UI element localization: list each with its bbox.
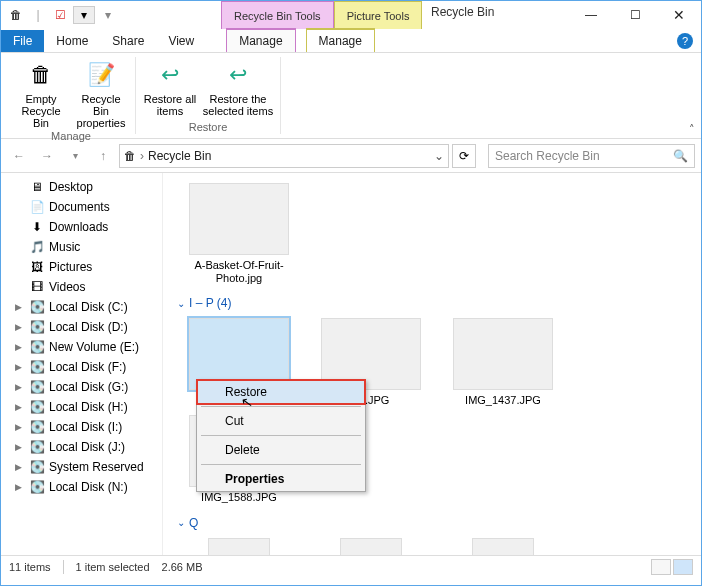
sidebar-item-label: Local Disk (I:): [49, 420, 122, 434]
sidebar-item[interactable]: ▶💽Local Disk (D:): [1, 317, 162, 337]
tab-share[interactable]: Share: [100, 30, 156, 52]
sidebar-item[interactable]: 📄Documents: [1, 197, 162, 217]
qat-properties-icon[interactable]: ☑: [51, 6, 69, 24]
ribbon-tabs: File Home Share View Manage Manage: [1, 29, 701, 53]
navigation-pane[interactable]: 🖥Desktop📄Documents⬇Downloads🎵Music🖼Pictu…: [1, 173, 163, 555]
sidebar-item[interactable]: ▶💽Local Disk (G:): [1, 377, 162, 397]
sidebar-item[interactable]: ⬇Downloads: [1, 217, 162, 237]
thumbnail-image: [208, 538, 270, 555]
quick-access-toolbar: 🗑 | ☑ ▾ ▾: [1, 6, 117, 24]
sidebar-item-label: Local Disk (G:): [49, 380, 128, 394]
search-icon: 🔍: [673, 149, 688, 163]
expand-icon[interactable]: ▶: [15, 362, 25, 372]
ribbon-label: Empty Recycle Bin: [13, 93, 69, 129]
tab-file[interactable]: File: [1, 30, 44, 52]
expand-icon[interactable]: ▶: [15, 422, 25, 432]
title-bar: 🗑 | ☑ ▾ ▾ Recycle Bin Tools Picture Tool…: [1, 1, 701, 29]
file-item[interactable]: Screenshot_2019-06-13-22-44-51.png: [179, 538, 299, 555]
empty-recycle-bin-button[interactable]: 🗑 Empty Recycle Bin: [13, 57, 69, 129]
recycle-bin-properties-button[interactable]: 📝 Recycle Bin properties: [73, 57, 129, 129]
expand-icon[interactable]: ▶: [15, 482, 25, 492]
restore-all-button[interactable]: ↩ Restore all items: [142, 57, 198, 120]
ribbon-label: Restore the selected items: [202, 93, 274, 117]
minimize-button[interactable]: —: [569, 1, 613, 29]
expand-icon[interactable]: ▶: [15, 302, 25, 312]
folder-icon: 💽: [29, 319, 45, 335]
maximize-button[interactable]: ☐: [613, 1, 657, 29]
sidebar-item[interactable]: 🎞Videos: [1, 277, 162, 297]
qat-divider: |: [29, 6, 47, 24]
thumbnail-image: [340, 538, 402, 555]
context-menu-delete[interactable]: Delete: [197, 438, 365, 462]
thumbnail-image: [189, 183, 289, 255]
sidebar-item-label: Music: [49, 240, 80, 254]
sidebar-item[interactable]: ▶💽Local Disk (J:): [1, 437, 162, 457]
ribbon-label: Recycle Bin properties: [73, 93, 129, 129]
expand-icon[interactable]: ▶: [15, 322, 25, 332]
expand-icon[interactable]: ▶: [15, 442, 25, 452]
file-item[interactable]: Screenshot_2019-06-13-22-56-15.png: [443, 538, 563, 555]
file-item[interactable]: Screenshot_2019-06-13-22-56-05.png: [311, 538, 431, 555]
tab-home[interactable]: Home: [44, 30, 100, 52]
close-button[interactable]: ✕: [657, 1, 701, 29]
sidebar-item[interactable]: ▶💽New Volume (E:): [1, 337, 162, 357]
sidebar-item[interactable]: ▶💽Local Disk (F:): [1, 357, 162, 377]
sidebar-item-label: Local Disk (F:): [49, 360, 126, 374]
expand-icon[interactable]: ▶: [15, 402, 25, 412]
folder-icon: 💽: [29, 339, 45, 355]
help-icon[interactable]: ?: [677, 33, 693, 49]
group-header-ip[interactable]: ⌄I – P (4): [177, 296, 691, 310]
status-selection-size: 2.66 MB: [162, 561, 203, 573]
details-view-button[interactable]: [651, 559, 671, 575]
thumbnail-image: [453, 318, 553, 390]
sidebar-item[interactable]: 🎵Music: [1, 237, 162, 257]
sidebar-item[interactable]: ▶💽Local Disk (C:): [1, 297, 162, 317]
recent-locations-button[interactable]: ▾: [63, 144, 87, 168]
folder-icon: 🖥: [29, 179, 45, 195]
qat-customize-icon[interactable]: ▾: [99, 6, 117, 24]
address-bar[interactable]: 🗑 › Recycle Bin ⌄: [119, 144, 449, 168]
restore-selected-button[interactable]: ↩ Restore the selected items: [202, 57, 274, 120]
breadcrumb-chevron-icon[interactable]: ›: [140, 149, 144, 163]
sidebar-item[interactable]: 🖥Desktop: [1, 177, 162, 197]
sidebar-item[interactable]: ▶💽Local Disk (I:): [1, 417, 162, 437]
context-menu-properties[interactable]: Properties: [197, 467, 365, 491]
up-button[interactable]: ↑: [91, 144, 115, 168]
ribbon: 🗑 Empty Recycle Bin 📝 Recycle Bin proper…: [1, 53, 701, 139]
file-item[interactable]: A-Basket-Of-Fruit-Photo.jpg: [179, 183, 299, 284]
tab-manage-recycle[interactable]: Manage: [226, 28, 295, 52]
context-menu-cut[interactable]: Cut: [197, 409, 365, 433]
address-dropdown-icon[interactable]: ⌄: [434, 149, 444, 163]
group-header-q[interactable]: ⌄Q: [177, 516, 691, 530]
context-menu-separator: [201, 435, 361, 436]
file-item[interactable]: IMG_1437.JPG: [443, 318, 563, 407]
sidebar-item[interactable]: ▶💽Local Disk (N:): [1, 477, 162, 497]
expand-icon[interactable]: ▶: [15, 462, 25, 472]
sidebar-item[interactable]: ▶💽Local Disk (H:): [1, 397, 162, 417]
tab-view[interactable]: View: [156, 30, 206, 52]
restore-all-icon: ↩: [154, 59, 186, 91]
back-button[interactable]: ←: [7, 144, 31, 168]
folder-icon: 💽: [29, 419, 45, 435]
qat-dropdown-icon[interactable]: ▾: [73, 6, 95, 24]
sidebar-item[interactable]: 🖼Pictures: [1, 257, 162, 277]
context-menu-separator: [201, 464, 361, 465]
context-menu: Restore Cut Delete Properties: [196, 379, 366, 492]
status-bar: 11 items 1 item selected 2.66 MB: [1, 555, 701, 577]
folder-icon: 💽: [29, 399, 45, 415]
items-view[interactable]: A-Basket-Of-Fruit-Photo.jpg ⌄I – P (4) 0…: [163, 173, 701, 555]
sidebar-item[interactable]: ▶💽System Reserved: [1, 457, 162, 477]
expand-icon[interactable]: ▶: [15, 342, 25, 352]
file-name-label: IMG_1588.JPG: [184, 491, 294, 504]
folder-icon: 💽: [29, 479, 45, 495]
ribbon-collapse-icon[interactable]: ˄: [689, 123, 695, 136]
file-name-label: A-Basket-Of-Fruit-Photo.jpg: [184, 259, 294, 284]
tab-manage-picture[interactable]: Manage: [306, 28, 375, 52]
search-input[interactable]: Search Recycle Bin 🔍: [488, 144, 695, 168]
breadcrumb[interactable]: Recycle Bin: [148, 149, 211, 163]
expand-icon[interactable]: ▶: [15, 382, 25, 392]
forward-button[interactable]: →: [35, 144, 59, 168]
context-menu-restore[interactable]: Restore: [197, 380, 365, 404]
refresh-button[interactable]: ⟳: [452, 144, 476, 168]
thumbnails-view-button[interactable]: [673, 559, 693, 575]
